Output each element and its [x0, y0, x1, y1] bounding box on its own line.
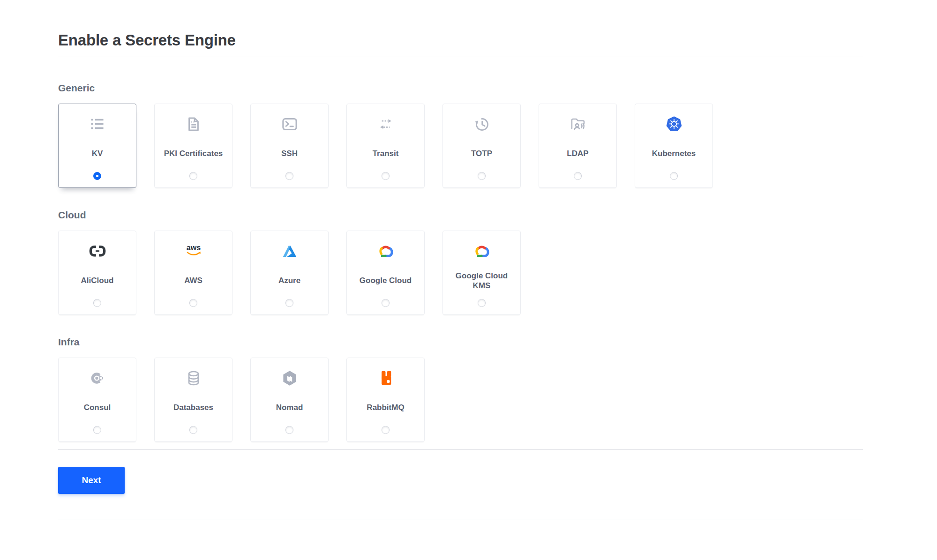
engine-radio[interactable]	[478, 172, 486, 180]
engine-radio[interactable]	[382, 299, 390, 307]
engine-card-grid: KV PKI Certificates SSH Transit TOTP	[58, 104, 937, 188]
engine-name-label: Google Cloud KMS	[447, 263, 517, 299]
engine-radio[interactable]	[285, 426, 293, 434]
engine-card-kv[interactable]: KV	[58, 104, 136, 188]
engine-card-transit[interactable]: Transit	[346, 104, 425, 188]
engine-name-label: Nomad	[275, 390, 304, 426]
section-infra: Infra Consul Databases Nomad RabbitMQ	[58, 336, 937, 442]
engine-name-label: Azure	[277, 263, 301, 299]
engine-radio[interactable]	[189, 426, 197, 434]
engine-card-aws[interactable]: aws AWS	[154, 231, 232, 315]
ldap-directory-icon	[567, 113, 589, 136]
engine-card-ldap[interactable]: LDAP	[539, 104, 617, 188]
engine-radio[interactable]	[285, 299, 293, 307]
engine-card-ssh[interactable]: SSH	[250, 104, 329, 188]
engine-card-pki-certificates[interactable]: PKI Certificates	[154, 104, 232, 188]
engine-name-label: LDAP	[566, 136, 589, 172]
next-button[interactable]: Next	[58, 467, 125, 494]
ssh-terminal-icon	[279, 113, 300, 136]
engine-radio[interactable]	[189, 299, 197, 307]
engine-card-rabbitmq[interactable]: RabbitMQ	[346, 358, 425, 442]
engine-name-label: AWS	[183, 263, 203, 299]
engine-name-label: Transit	[372, 136, 400, 172]
engine-name-label: Databases	[172, 390, 214, 426]
engine-radio[interactable]	[93, 172, 101, 180]
engine-name-label: KV	[91, 136, 104, 172]
google-cloud-kms-icon	[471, 240, 493, 263]
engine-name-label: RabbitMQ	[366, 390, 405, 426]
section-heading-generic: Generic	[58, 82, 937, 94]
transit-arrows-icon	[375, 113, 397, 136]
engine-name-label: TOTP	[470, 136, 493, 172]
totp-clock-icon	[471, 113, 493, 136]
kubernetes-icon	[663, 113, 685, 136]
kv-list-icon	[87, 113, 108, 136]
engine-card-alicloud[interactable]: AliCloud	[58, 231, 136, 315]
engine-name-label: SSH	[280, 136, 299, 172]
engine-sections: Generic KV PKI Certificates SSH Transit …	[58, 82, 937, 442]
engine-name-label: AliCloud	[80, 263, 115, 299]
engine-radio[interactable]	[574, 172, 582, 180]
databases-icon	[183, 367, 204, 390]
section-heading-cloud: Cloud	[58, 209, 937, 221]
engine-card-totp[interactable]: TOTP	[442, 104, 521, 188]
pki-certificate-icon	[183, 113, 204, 136]
section-generic: Generic KV PKI Certificates SSH Transit …	[58, 82, 937, 188]
consul-icon	[87, 367, 108, 390]
engine-name-label: Kubernetes	[651, 136, 697, 172]
page-title: Enable a Secrets Engine	[58, 31, 937, 50]
alicloud-icon	[87, 240, 108, 263]
footer-divider	[58, 520, 863, 520]
engine-radio[interactable]	[670, 172, 678, 180]
nomad-icon	[279, 367, 300, 390]
engine-card-google-cloud[interactable]: Google Cloud	[346, 231, 425, 315]
svg-text:aws: aws	[186, 243, 201, 252]
aws-icon: aws	[183, 240, 204, 263]
title-divider	[58, 57, 863, 57]
rabbitmq-icon	[375, 367, 397, 390]
engine-radio[interactable]	[93, 299, 101, 307]
engine-radio[interactable]	[285, 172, 293, 180]
engine-radio[interactable]	[382, 426, 390, 434]
engine-radio[interactable]	[382, 172, 390, 180]
azure-icon	[279, 240, 300, 263]
engine-card-google-cloud-kms[interactable]: Google Cloud KMS	[442, 231, 521, 315]
section-heading-infra: Infra	[58, 336, 937, 348]
engine-name-label: Google Cloud	[359, 263, 412, 299]
engine-card-nomad[interactable]: Nomad	[250, 358, 329, 442]
engine-name-label: PKI Certificates	[163, 136, 224, 172]
google-cloud-icon	[375, 240, 397, 263]
engine-card-grid: Consul Databases Nomad RabbitMQ	[58, 358, 937, 442]
engine-radio[interactable]	[189, 172, 197, 180]
engine-card-consul[interactable]: Consul	[58, 358, 136, 442]
engine-radio[interactable]	[93, 426, 101, 434]
engine-radio[interactable]	[478, 299, 486, 307]
engine-name-label: Consul	[83, 390, 112, 426]
section-cloud: Cloud AliCloud aws AWS Azure Google Clou…	[58, 209, 937, 315]
engine-card-azure[interactable]: Azure	[250, 231, 329, 315]
content-divider	[58, 449, 863, 450]
engine-card-databases[interactable]: Databases	[154, 358, 232, 442]
engine-card-kubernetes[interactable]: Kubernetes	[635, 104, 713, 188]
engine-card-grid: AliCloud aws AWS Azure Google Cloud Goog…	[58, 231, 937, 315]
